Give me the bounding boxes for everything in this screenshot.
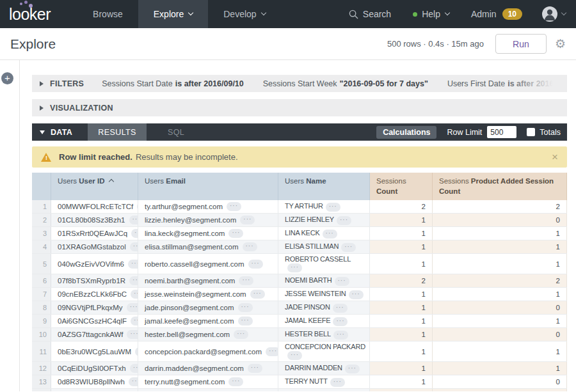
cell-menu-icon[interactable]: ··· (248, 364, 262, 373)
help-menu[interactable]: Help (413, 9, 449, 19)
cell-menu-icon[interactable]: ··· (127, 330, 138, 339)
cell-menu-icon[interactable]: ··· (127, 303, 138, 312)
cell-menu-icon[interactable]: ··· (240, 216, 255, 224)
cell-menu-icon[interactable]: ··· (131, 317, 138, 325)
sessions-count-cell[interactable]: 1 (370, 240, 433, 253)
sessions-count-cell[interactable]: 1 (370, 227, 433, 240)
cell-menu-icon[interactable]: ··· (227, 202, 241, 211)
cell-menu-icon[interactable]: ··· (234, 330, 248, 339)
cell-menu-icon[interactable]: ··· (243, 242, 257, 251)
cell-menu-icon[interactable]: ··· (287, 351, 302, 360)
product-added-count-cell[interactable]: 2 (433, 200, 567, 213)
product-added-count-cell[interactable]: 1 (433, 341, 567, 361)
visualization-toggle[interactable]: VISUALIZATION (40, 104, 113, 113)
sessions-count-cell[interactable]: 2 (370, 274, 433, 287)
sessions-count-cell[interactable]: 1 (370, 375, 433, 388)
name-cell: LINA KECK··· (278, 227, 370, 240)
cell-menu-icon[interactable]: ··· (129, 216, 139, 224)
cell-menu-icon[interactable]: ··· (129, 276, 138, 285)
cell-menu-icon[interactable]: ··· (323, 230, 337, 239)
product-added-count-cell[interactable]: 1 (433, 240, 567, 253)
data-toggle[interactable]: DATA (32, 123, 88, 141)
totals-checkbox[interactable] (527, 128, 535, 136)
sessions-count-cell[interactable]: 1 (370, 328, 433, 341)
cell-menu-icon[interactable]: ··· (130, 242, 138, 251)
cell-menu-icon[interactable]: ··· (239, 276, 253, 285)
gear-icon[interactable]: ⚙ (555, 38, 566, 50)
sessions-count-cell[interactable]: 1 (370, 214, 433, 226)
filters-toggle[interactable]: FILTERS (40, 79, 84, 88)
cell-menu-icon[interactable]: ··· (345, 365, 360, 373)
user-menu[interactable] (541, 6, 566, 22)
cell-menu-icon[interactable]: ··· (248, 260, 263, 269)
product-added-count-cell[interactable]: 0 (433, 214, 567, 226)
cell-menu-icon[interactable]: ··· (326, 203, 340, 212)
product-added-count-cell[interactable]: 1 (433, 315, 567, 327)
cell-menu-icon[interactable]: ··· (130, 364, 138, 373)
add-button[interactable]: + (1, 72, 13, 84)
tab-results[interactable]: RESULTS (88, 123, 147, 141)
table-row: 9 0Ai6GNCGszHC4qlF··· jamal.keefe@segmen… (32, 315, 567, 328)
row-limit-input[interactable] (487, 126, 516, 138)
sessions-count-cell[interactable]: 1 (370, 301, 433, 314)
product-added-count-cell[interactable]: 1 (433, 362, 567, 375)
cell-menu-icon[interactable]: ··· (238, 317, 253, 325)
sessions-count-cell[interactable]: 1 (370, 341, 433, 361)
user-id-value: 0bE3ru0WCg5LauWM (58, 348, 131, 356)
filter-item[interactable]: Sessions Start Week"2016-09-05 for 7 day… (263, 79, 428, 88)
run-button[interactable]: Run (495, 34, 547, 54)
search-label: Search (363, 9, 391, 19)
product-added-count-cell[interactable] (433, 389, 567, 391)
nav-item-browse[interactable]: Browse (77, 0, 138, 28)
column-header-product-added-session-count[interactable]: Sessions Product Added Session Count (433, 173, 567, 200)
cell-menu-icon[interactable]: ··· (228, 229, 243, 238)
filter-item[interactable]: Sessions Start Dateis after 2016/09/10 (102, 79, 244, 88)
cell-menu-icon[interactable]: ··· (228, 377, 243, 386)
filter-item[interactable]: Users First Dateis after 2016/09/10 (447, 79, 567, 88)
cell-menu-icon[interactable]: ··· (131, 229, 138, 238)
column-header-email[interactable]: Users Email (138, 173, 278, 200)
calculations-button[interactable]: Calculations (376, 126, 436, 139)
product-added-count-cell[interactable]: 0 (433, 375, 567, 388)
sessions-count-cell[interactable]: 1 (370, 362, 433, 375)
email-cell: concepcion.packard@segment.com··· (138, 341, 278, 361)
nav-item-develop[interactable]: Develop (208, 0, 280, 28)
cell-menu-icon[interactable]: ··· (238, 303, 253, 312)
cell-menu-icon[interactable]: ··· (287, 263, 302, 272)
tab-sql[interactable]: SQL (147, 123, 205, 141)
cell-menu-icon[interactable]: ··· (129, 377, 138, 386)
cell-menu-icon[interactable]: ··· (349, 290, 364, 299)
column-header-name[interactable]: Users Name (278, 173, 370, 200)
cell-menu-icon[interactable]: ··· (333, 317, 348, 326)
admin-menu[interactable]: Admin 10 (471, 8, 522, 20)
column-header-count[interactable]: Sessions Count (370, 173, 433, 200)
sessions-count-cell[interactable] (370, 389, 433, 391)
looker-logo[interactable]: looker (9, 5, 51, 24)
nav-item-explore[interactable]: Explore (138, 0, 208, 28)
cell-menu-icon[interactable]: ··· (335, 277, 349, 286)
product-added-count-cell[interactable]: 1 (433, 288, 567, 301)
search-button[interactable]: Search (349, 9, 391, 19)
product-added-count-cell[interactable]: 2 (433, 274, 567, 287)
sessions-count-cell[interactable]: 2 (370, 200, 433, 213)
filters-label: FILTERS (50, 79, 84, 88)
cell-menu-icon[interactable]: ··· (337, 216, 351, 225)
cell-menu-icon[interactable]: ··· (250, 290, 265, 299)
cell-menu-icon[interactable]: ··· (333, 331, 348, 340)
product-added-count-cell[interactable]: 1 (433, 254, 567, 274)
product-added-count-cell[interactable]: 0 (433, 301, 567, 314)
cell-menu-icon[interactable]: ··· (128, 260, 138, 269)
sessions-count-cell[interactable]: 1 (370, 315, 433, 327)
product-added-count-cell[interactable]: 0 (433, 328, 567, 341)
cell-menu-icon[interactable]: ··· (341, 243, 356, 252)
close-icon[interactable]: × (552, 152, 558, 162)
cell-menu-icon[interactable]: ··· (266, 347, 278, 356)
sessions-count-cell[interactable]: 1 (370, 288, 433, 301)
sessions-count-cell[interactable]: 1 (370, 254, 433, 274)
product-added-count-cell[interactable]: 1 (433, 227, 567, 240)
name-cell: ELISA STILLMAN··· (278, 240, 370, 253)
cell-menu-icon[interactable]: ··· (330, 378, 345, 387)
column-header-user-id[interactable]: Users User ID (51, 173, 138, 200)
cell-menu-icon[interactable]: ··· (333, 304, 348, 313)
cell-menu-icon[interactable]: ··· (131, 290, 138, 299)
